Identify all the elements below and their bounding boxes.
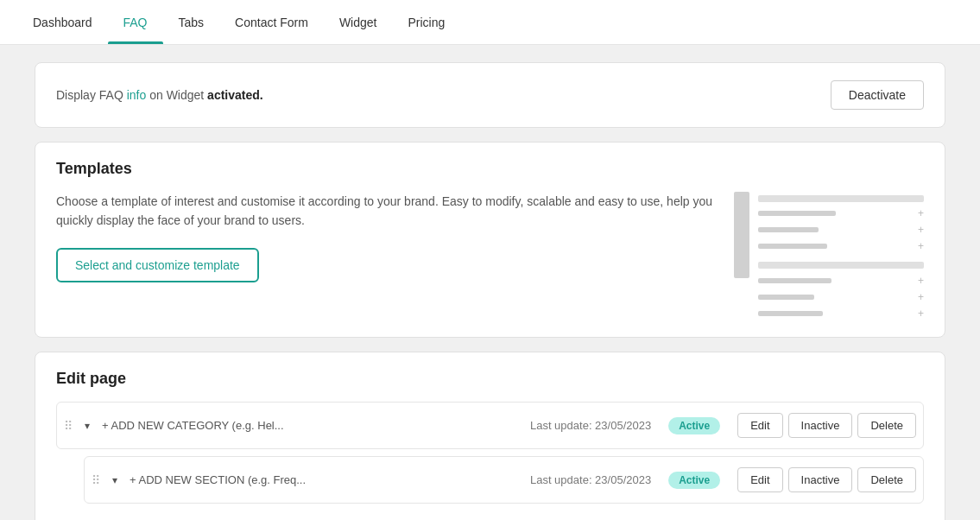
activation-message: Display FAQ info on Widget activated. <box>56 88 263 102</box>
edit-button-category[interactable]: Edit <box>737 413 782 438</box>
preview-bar <box>758 244 827 249</box>
preview-plus-3: + <box>918 240 924 252</box>
nav-tabs[interactable]: Tabs <box>163 2 220 43</box>
edit-page-card: Edit page ⠿ ▾ + ADD NEW CATEGORY (e.g. H… <box>35 352 945 520</box>
chevron-down-1[interactable]: ▾ <box>81 418 93 434</box>
preview-header-bar <box>758 195 924 202</box>
deactivate-button[interactable]: Deactivate <box>831 80 924 110</box>
preview-bar <box>758 278 831 283</box>
preview-sidebar-bar <box>734 192 749 278</box>
row-actions-category: Edit Inactive Delete <box>737 413 916 438</box>
preview-row-2: + <box>758 224 924 236</box>
preview-plus-5: + <box>918 291 924 303</box>
templates-card: Templates Choose a template of interest … <box>35 142 945 338</box>
templates-content: Choose a template of interest and custom… <box>56 192 924 320</box>
inactive-button-category[interactable]: Inactive <box>788 413 853 438</box>
status-badge-section: Active <box>668 472 720 489</box>
table-row: ⠿ ▾ + ADD NEW SECTION (e.g. Freq... Last… <box>84 456 924 504</box>
last-update-category: Last update: 23/05/2023 <box>530 419 651 432</box>
edit-page-title: Edit page <box>56 370 924 388</box>
preview-plus-6: + <box>918 308 924 320</box>
activation-status: activated. <box>207 88 263 102</box>
delete-button-category[interactable]: Delete <box>857 413 916 438</box>
preview-bar <box>758 211 836 216</box>
nav-faq[interactable]: FAQ <box>108 2 163 43</box>
inactive-button-section[interactable]: Inactive <box>788 467 853 492</box>
last-update-section: Last update: 23/05/2023 <box>530 473 651 486</box>
highlight-info: info <box>127 88 147 102</box>
preview-row-6: + <box>758 308 924 320</box>
select-template-button[interactable]: Select and customize template <box>56 248 259 282</box>
nav-dashboard[interactable]: Dashboard <box>17 2 108 43</box>
delete-button-section[interactable]: Delete <box>857 467 916 492</box>
drag-handle-1[interactable]: ⠿ <box>64 419 73 433</box>
top-navigation: Dashboard FAQ Tabs Contact Form Widget P… <box>0 0 980 45</box>
nav-widget[interactable]: Widget <box>324 2 393 43</box>
templates-title: Templates <box>56 160 924 178</box>
activation-bar-card: Display FAQ info on Widget activated. De… <box>35 62 945 128</box>
row-actions-section: Edit Inactive Delete <box>737 467 916 492</box>
status-badge-category: Active <box>668 417 720 434</box>
row-label-section: + ADD NEW SECTION (e.g. Freq... <box>130 473 522 486</box>
template-preview-illustration: + + + + <box>734 192 924 320</box>
preview-plus-2: + <box>918 224 924 236</box>
preview-section-bar-2 <box>758 262 924 269</box>
drag-handle-2[interactable]: ⠿ <box>92 473 100 487</box>
preview-row-3: + <box>758 240 924 252</box>
templates-description: Choose a template of interest and custom… <box>56 192 713 231</box>
preview-plus-1: + <box>918 207 924 219</box>
activation-bar: Display FAQ info on Widget activated. De… <box>56 80 924 110</box>
preview-row-1: + <box>758 207 924 219</box>
nav-contact-form[interactable]: Contact Form <box>219 2 324 43</box>
preview-row-4: + <box>758 275 924 287</box>
row-label-category: + ADD NEW CATEGORY (e.g. Hel... <box>102 419 522 432</box>
preview-bar <box>758 227 819 232</box>
edit-button-section[interactable]: Edit <box>737 467 782 492</box>
chevron-down-2[interactable]: ▾ <box>109 472 121 488</box>
preview-row-5: + <box>758 291 924 303</box>
templates-text-block: Choose a template of interest and custom… <box>56 192 713 282</box>
preview-bar <box>758 311 823 316</box>
main-content: Display FAQ info on Widget activated. De… <box>0 45 980 520</box>
preview-body: + + + + <box>758 192 924 320</box>
preview-plus-4: + <box>918 275 924 287</box>
preview-bar <box>758 295 814 300</box>
table-row: ⠿ ▾ + ADD NEW CATEGORY (e.g. Hel... Last… <box>56 402 924 449</box>
nav-pricing[interactable]: Pricing <box>392 2 460 43</box>
